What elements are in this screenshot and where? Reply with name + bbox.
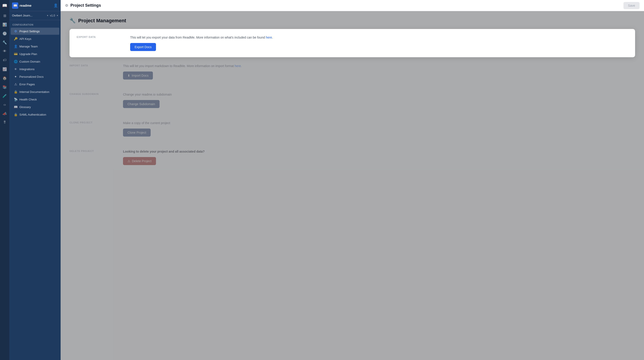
export-data-description: This will let you export your data from … (130, 35, 628, 40)
rail-icon-megaphone[interactable]: 📣 (0, 109, 9, 118)
save-button[interactable]: Save (624, 2, 640, 9)
rail-icon-analytics[interactable]: 📈 (0, 64, 9, 74)
sidebar-logo-text: readme (20, 4, 32, 7)
sidebar-header: 📖 readme 👤 (9, 0, 60, 11)
sidebar-item-manage-team[interactable]: 👤 Manage Team (11, 43, 59, 50)
export-docs-button[interactable]: Export Docs (130, 43, 156, 51)
rail-icon-eye[interactable]: 👁 (0, 47, 9, 56)
sidebar-item-glossary[interactable]: 📖 Glossary (11, 103, 59, 110)
sidebar-item-internal-docs[interactable]: 🔒 Internal Documentation (11, 88, 59, 95)
rail-icon-grid[interactable]: ⊞ (0, 11, 9, 20)
config-section-label: CONFIGURATION (9, 20, 60, 28)
rail-icon-badge[interactable]: 🎖 (0, 118, 9, 127)
sidebar-item-personalized-docs[interactable]: ✦ Personalized Docs (11, 73, 59, 80)
sidebar-item-label: Manage Team (20, 45, 38, 48)
rail-icon-flask[interactable]: 🧪 (0, 91, 9, 100)
topbar-settings-icon: ⚙ (65, 3, 68, 8)
sidebar-item-saml[interactable]: 🔒 SAML Authentication (11, 111, 59, 118)
sidebar-item-label: Upgrade Plan (20, 52, 37, 56)
version-chevron: ▾ (57, 14, 58, 17)
export-data-label: EXPORT DATA (77, 35, 121, 51)
custom-domain-icon: 🌐 (14, 60, 18, 63)
sidebar-item-error-pages[interactable]: ⚠ Error Pages (11, 81, 59, 88)
export-data-card: EXPORT DATA This will let you export you… (70, 29, 635, 57)
error-pages-icon: ⚠ (14, 82, 18, 86)
icon-rail: 📖 ⊞ 📊 🕐 🔧 👁 🏷 📈 🏠 📚 🧪 ‹› 📣 🎖 (0, 0, 9, 360)
saml-icon: 🔒 (14, 113, 18, 116)
project-version: v1.0 (50, 14, 55, 17)
sidebar-item-upgrade-plan[interactable]: 💳 Upgrade Plan (11, 50, 59, 58)
manage-team-icon: 👤 (14, 44, 18, 48)
api-keys-icon: 🔑 (14, 37, 18, 40)
rail-icon-home[interactable]: 🏠 (0, 74, 9, 82)
project-chevron: ▾ (47, 14, 48, 17)
sidebar-item-label: Custom Domain (20, 60, 40, 63)
sidebar: 📖 readme 👤 Owlbert Journ... ▾ v1.0 ▾ CON… (9, 0, 60, 360)
rail-icon-settings[interactable]: 🔧 (0, 38, 9, 47)
sidebar-item-label: Personalized Docs (20, 75, 44, 78)
sidebar-item-label: Health Check (20, 98, 37, 101)
sidebar-item-project-settings[interactable]: ⚙ Project Settings (11, 28, 59, 35)
glossary-icon: 📖 (14, 105, 18, 109)
sidebar-item-label: Integrations (20, 68, 34, 71)
export-data-content: This will let you export your data from … (130, 35, 628, 51)
upgrade-plan-icon: 💳 (14, 52, 18, 56)
project-settings-icon: ⚙ (14, 30, 18, 33)
sidebar-item-custom-domain[interactable]: 🌐 Custom Domain (11, 58, 59, 65)
logo-area: 📖 (0, 0, 9, 11)
personalized-docs-icon: ✦ (14, 75, 18, 78)
rail-icon-tag[interactable]: 🏷 (0, 56, 9, 64)
sidebar-logo: 📖 readme (12, 2, 52, 9)
rail-icon-code[interactable]: ‹› (0, 100, 9, 109)
sidebar-project[interactable]: Owlbert Journ... ▾ v1.0 ▾ (9, 11, 60, 20)
sidebar-item-label: Glossary (20, 105, 31, 109)
sidebar-logo-icon: 📖 (12, 2, 18, 9)
sidebar-item-label: Error Pages (20, 83, 35, 86)
export-here-link[interactable]: here (266, 36, 272, 39)
rail-icon-clock[interactable]: 🕐 (0, 29, 9, 38)
sidebar-item-label: SAML Authentication (20, 113, 46, 116)
sidebar-item-api-keys[interactable]: 🔑 API Keys (11, 35, 59, 42)
sidebar-item-health-check[interactable]: 📡 Health Check (11, 96, 59, 103)
sidebar-item-label: API Keys (20, 37, 31, 40)
integrations-icon: ✳ (14, 67, 18, 71)
internal-docs-icon: 🔒 (14, 90, 18, 94)
topbar: ⚙ Project Settings Save (60, 0, 644, 11)
sidebar-item-label: Internal Documentation (20, 90, 49, 94)
main-area: ⚙ Project Settings Save 🔧 Project Manage… (60, 0, 644, 360)
health-check-icon: 📡 (14, 98, 18, 101)
sidebar-item-label: Project Settings (20, 30, 40, 33)
page-title: Project Settings (70, 3, 621, 8)
readme-logo-icon: 📖 (2, 3, 7, 8)
rail-icon-book[interactable]: 📚 (0, 82, 9, 91)
rail-icon-chart[interactable]: 📊 (0, 20, 9, 29)
user-icon[interactable]: 👤 (54, 3, 58, 8)
sidebar-item-integrations[interactable]: ✳ Integrations (11, 66, 59, 72)
project-name: Owlbert Journ... (12, 14, 45, 17)
